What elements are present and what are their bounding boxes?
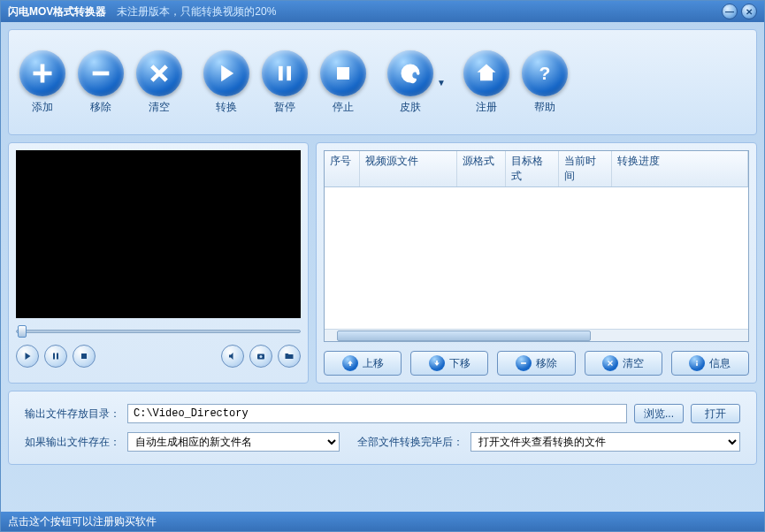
svg-rect-10	[521, 362, 526, 364]
svg-text:?: ?	[539, 63, 550, 83]
play-icon	[214, 61, 239, 86]
help-label: 帮助	[534, 100, 555, 115]
app-title: 闪电MOV格式转换器	[8, 4, 106, 19]
after-select[interactable]: 打开文件夹查看转换的文件	[470, 432, 740, 452]
preview-stop-button[interactable]	[73, 345, 96, 368]
skin-label: 皮肤	[400, 100, 421, 115]
svg-rect-3	[337, 67, 349, 80]
pause-button[interactable]: 暂停	[262, 50, 308, 115]
main-window: 闪电MOV格式转换器 未注册版本，只能转换视频的20% — ✕ 添加 移除 清空…	[0, 0, 765, 532]
svg-rect-5	[53, 353, 55, 360]
minus-icon	[88, 61, 113, 86]
preview-pause-button[interactable]	[44, 345, 67, 368]
video-preview	[16, 150, 301, 318]
col-source[interactable]: 视频源文件	[360, 151, 457, 186]
horizontal-scrollbar[interactable]	[325, 329, 748, 341]
info-button[interactable]: 信息	[671, 351, 749, 376]
minus-icon	[519, 359, 528, 368]
titlebar: 闪电MOV格式转换器 未注册版本，只能转换视频的20% — ✕	[1, 1, 764, 22]
svg-rect-1	[279, 65, 283, 80]
preview-play-button[interactable]	[16, 345, 39, 368]
main-toolbar: 添加 移除 清空 转换 暂停 停止	[8, 29, 757, 135]
svg-rect-7	[81, 353, 87, 359]
stop-button[interactable]: 停止	[320, 50, 366, 115]
convert-label: 转换	[216, 100, 237, 115]
convert-button[interactable]: 转换	[203, 50, 249, 115]
folder-icon	[284, 351, 295, 361]
registration-notice: 未注册版本，只能转换视频的20%	[117, 4, 276, 19]
list-body	[325, 187, 748, 329]
plus-icon	[30, 61, 55, 86]
x-icon	[606, 359, 615, 368]
arrow-up-icon	[346, 359, 355, 368]
skin-dropdown-arrow[interactable]: ▼	[437, 78, 446, 87]
svg-point-9	[260, 355, 263, 358]
pause-label: 暂停	[274, 100, 295, 115]
question-icon: ?	[532, 61, 557, 86]
file-list-panel: 序号 视频源文件 源格式 目标格式 当前时间 转换进度 上移 下移 移除 清空 …	[316, 142, 757, 384]
output-panel: 输出文件存放目录： 浏览... 打开 如果输出文件存在： 自动生成相应的新文件名…	[8, 391, 757, 465]
open-button[interactable]: 打开	[691, 404, 740, 423]
volume-button[interactable]	[221, 345, 244, 368]
skin-button[interactable]: 皮肤	[387, 50, 433, 115]
seek-slider[interactable]	[16, 325, 301, 338]
col-tgtformat[interactable]: 目标格式	[506, 151, 559, 186]
browse-button[interactable]: 浏览...	[634, 404, 684, 423]
pause-icon	[50, 351, 61, 361]
register-label: 注册	[476, 100, 497, 115]
folder-button[interactable]	[278, 345, 301, 368]
move-up-button[interactable]: 上移	[324, 351, 402, 376]
pause-icon	[272, 61, 297, 86]
list-clear-button[interactable]: 清空	[585, 351, 662, 376]
clear-button[interactable]: 清空	[136, 50, 182, 115]
file-list[interactable]: 序号 视频源文件 源格式 目标格式 当前时间 转换进度	[324, 150, 749, 342]
home-icon	[474, 61, 499, 86]
col-progress[interactable]: 转换进度	[612, 151, 748, 186]
col-curtime[interactable]: 当前时间	[559, 151, 612, 186]
stop-label: 停止	[333, 100, 354, 115]
col-index[interactable]: 序号	[325, 151, 360, 186]
add-button[interactable]: 添加	[19, 50, 65, 115]
preview-panel	[8, 142, 309, 384]
camera-icon	[256, 351, 266, 361]
register-button[interactable]: 注册	[463, 50, 509, 115]
statusbar: 点击这个按钮可以注册购买软件	[1, 512, 764, 531]
svg-point-11	[697, 361, 699, 362]
info-icon	[692, 359, 701, 368]
remove-label: 移除	[90, 100, 111, 115]
play-icon	[22, 351, 33, 361]
output-dir-input[interactable]	[127, 404, 627, 423]
after-label: 全部文件转换完毕后：	[357, 435, 463, 450]
status-text: 点击这个按钮可以注册购买软件	[8, 514, 157, 529]
arrow-down-icon	[432, 359, 441, 368]
close-button[interactable]: ✕	[741, 4, 757, 19]
output-dir-label: 输出文件存放目录：	[25, 407, 120, 422]
minimize-button[interactable]: —	[722, 4, 738, 19]
skin-icon	[398, 61, 423, 86]
remove-button[interactable]: 移除	[78, 50, 124, 115]
exists-select[interactable]: 自动生成相应的新文件名	[127, 432, 340, 452]
col-srcformat[interactable]: 源格式	[457, 151, 506, 186]
stop-icon	[79, 351, 89, 361]
snapshot-button[interactable]	[249, 345, 272, 368]
list-header: 序号 视频源文件 源格式 目标格式 当前时间 转换进度	[325, 151, 748, 187]
add-label: 添加	[32, 100, 53, 115]
list-remove-button[interactable]: 移除	[497, 351, 575, 376]
svg-rect-12	[697, 363, 699, 366]
svg-rect-6	[57, 353, 58, 360]
clear-label: 清空	[149, 100, 170, 115]
svg-rect-2	[287, 65, 291, 80]
x-icon	[147, 61, 172, 86]
move-down-button[interactable]: 下移	[410, 351, 488, 376]
svg-rect-0	[93, 71, 110, 75]
stop-icon	[331, 61, 356, 86]
exists-label: 如果输出文件存在：	[25, 435, 120, 450]
help-button[interactable]: ? 帮助	[522, 50, 568, 115]
speaker-icon	[227, 351, 238, 361]
